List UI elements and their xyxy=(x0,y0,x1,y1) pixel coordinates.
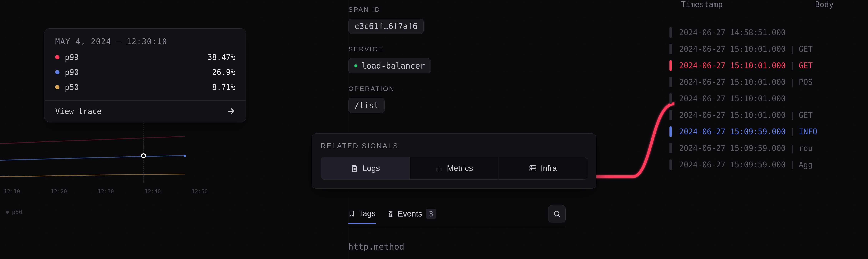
search-icon xyxy=(553,210,561,218)
status-dot-icon xyxy=(354,64,358,67)
log-row[interactable]: 2024-06-27 15:10:01.000 xyxy=(670,90,868,107)
log-row[interactable]: 2024-06-27 15:10:01.000|GET xyxy=(670,107,868,123)
latency-chart-panel: 12:10 12:20 12:30 12:40 12:50 p50 MAY 4,… xyxy=(0,0,250,259)
log-level-bar xyxy=(670,77,672,87)
x-tick: 12:20 xyxy=(51,188,67,195)
log-timestamp: 2024-06-27 14:58:51.000 xyxy=(679,28,786,37)
log-sep: | xyxy=(786,61,799,70)
chart-x-axis: 12:10 12:20 12:30 12:40 12:50 xyxy=(0,188,212,195)
log-row[interactable]: 2024-06-27 14:58:51.000 xyxy=(670,24,868,41)
log-level-bar xyxy=(670,44,672,54)
log-timestamp: 2024-06-27 15:10:01.000 xyxy=(679,45,786,53)
view-trace-label: View trace xyxy=(55,107,101,116)
search-button[interactable] xyxy=(548,205,566,222)
log-body: GET xyxy=(799,45,813,53)
log-body: INFO xyxy=(799,127,817,136)
tooltip-timestamp: MAY 4, 2024 — 12:30:10 xyxy=(44,29,246,50)
log-level-bar xyxy=(670,27,672,38)
tooltip-dot xyxy=(55,85,59,89)
tab-tags[interactable]: Tags xyxy=(348,209,376,224)
tab-metrics-label: Metrics xyxy=(447,164,473,173)
span-id-label: SPAN ID xyxy=(348,6,569,13)
span-id-value: c3c61f…6f7af6 xyxy=(354,22,417,31)
tab-infra[interactable]: Infra xyxy=(498,157,587,180)
svg-line-10 xyxy=(558,215,560,217)
logs-rows: 2024-06-27 14:58:51.0002024-06-27 15:10:… xyxy=(670,24,868,173)
related-signals-card: RELATED SIGNALS Logs Metrics Infra xyxy=(312,133,596,189)
tooltip-value: 38.47% xyxy=(208,53,236,62)
tooltip-value: 8.71% xyxy=(212,83,235,91)
tab-logs-label: Logs xyxy=(363,164,380,173)
log-row[interactable]: 2024-06-27 15:10:01.000|GET xyxy=(670,41,868,57)
x-tick: 12:50 xyxy=(192,188,208,195)
log-sep: | xyxy=(786,127,799,136)
chart-plot-area[interactable] xyxy=(0,115,212,192)
tooltip-row-p50: p50 8.71% xyxy=(55,80,235,95)
svg-rect-0 xyxy=(184,155,186,157)
log-body: POS xyxy=(799,78,813,86)
svg-point-7 xyxy=(531,166,531,167)
logs-panel: Timestamp Body 2024-06-27 14:58:51.00020… xyxy=(670,0,868,259)
log-row[interactable]: 2024-06-27 15:09:59.000|INFO xyxy=(670,123,868,140)
log-timestamp: 2024-06-27 15:09:59.000 xyxy=(679,144,786,153)
tooltip-value: 26.9% xyxy=(212,68,235,77)
log-timestamp: 2024-06-27 15:10:01.000 xyxy=(679,94,786,103)
chart-legend[interactable]: p50 xyxy=(6,209,22,215)
log-level-bar xyxy=(670,126,672,137)
hourglass-icon xyxy=(387,210,394,217)
service-value: load-balancer xyxy=(362,61,425,71)
log-timestamp: 2024-06-27 15:10:01.000 xyxy=(679,78,786,86)
connector-line-left xyxy=(246,123,315,146)
operation-chip[interactable]: /list xyxy=(348,98,384,113)
col-timestamp: Timestamp xyxy=(681,0,723,9)
log-level-bar xyxy=(670,110,672,120)
attribute-key-http-method: http.method xyxy=(348,242,404,252)
log-level-bar xyxy=(670,159,672,170)
view-trace-button[interactable]: View trace xyxy=(44,101,246,122)
tab-events[interactable]: Events 3 xyxy=(387,209,436,224)
log-row[interactable]: 2024-06-27 15:09:59.000|rou xyxy=(670,140,868,156)
service-chip[interactable]: load-balancer xyxy=(348,58,431,73)
bar-chart-icon xyxy=(435,164,443,172)
chart-tooltip: MAY 4, 2024 — 12:30:10 p99 38.47% p90 26… xyxy=(44,29,246,122)
log-level-bar xyxy=(670,60,672,71)
arrow-right-icon xyxy=(226,107,235,116)
tooltip-row-p90: p90 26.9% xyxy=(55,65,235,80)
span-id-chip[interactable]: c3c61f…6f7af6 xyxy=(348,18,424,34)
tooltip-label: p99 xyxy=(65,53,79,62)
tab-events-label: Events xyxy=(398,209,422,218)
log-sep: | xyxy=(786,144,799,153)
log-row[interactable]: 2024-06-27 15:09:59.000|Agg xyxy=(670,156,868,173)
related-signals-title: RELATED SIGNALS xyxy=(321,142,587,150)
x-tick: 12:10 xyxy=(4,188,20,195)
operation-label: OPERATION xyxy=(348,85,569,92)
log-body: GET xyxy=(799,111,813,119)
tooltip-label: p50 xyxy=(65,83,79,91)
tab-metrics[interactable]: Metrics xyxy=(410,157,499,180)
log-sep: | xyxy=(786,111,799,119)
log-sep: | xyxy=(786,160,799,169)
latency-sparkline xyxy=(0,115,212,192)
tooltip-dot xyxy=(55,55,59,60)
log-level-bar xyxy=(670,143,672,153)
logs-columns: Timestamp Body xyxy=(670,0,868,16)
log-timestamp: 2024-06-27 15:10:01.000 xyxy=(679,61,786,70)
log-timestamp: 2024-06-27 15:09:59.000 xyxy=(679,160,786,169)
x-tick: 12:30 xyxy=(98,188,114,195)
x-tick: 12:40 xyxy=(145,188,161,195)
col-body: Body xyxy=(815,0,834,9)
tooltip-rows: p99 38.47% p90 26.9% p50 8.71% xyxy=(44,50,246,101)
logs-icon xyxy=(350,164,359,172)
svg-point-9 xyxy=(554,211,559,216)
log-sep: | xyxy=(786,78,799,86)
tab-logs[interactable]: Logs xyxy=(321,157,410,180)
log-row[interactable]: 2024-06-27 15:10:01.000|POS xyxy=(670,74,868,90)
tooltip-dot xyxy=(55,70,59,74)
tooltip-label: p90 xyxy=(65,68,79,77)
log-row[interactable]: 2024-06-27 15:10:01.000|GET xyxy=(670,57,868,74)
events-count-badge: 3 xyxy=(426,209,436,219)
tab-infra-label: Infra xyxy=(541,164,557,173)
log-body: GET xyxy=(799,61,813,70)
legend-dot xyxy=(6,211,9,214)
log-timestamp: 2024-06-27 15:09:59.000 xyxy=(679,127,786,136)
